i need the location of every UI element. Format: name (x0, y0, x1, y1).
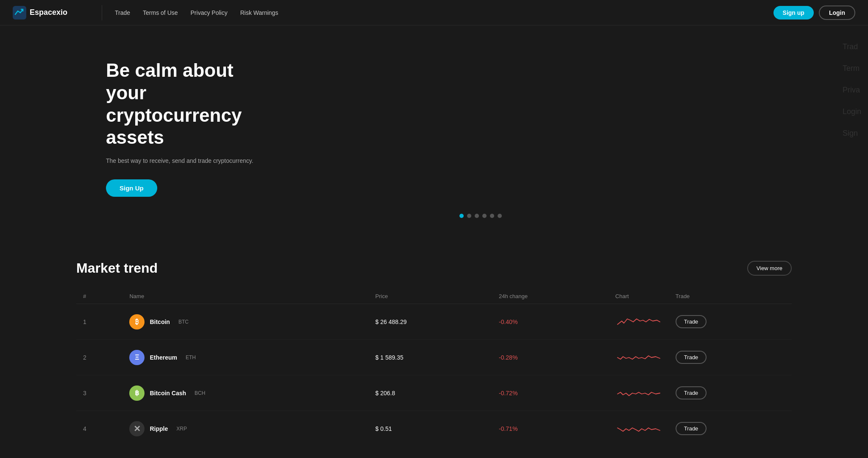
coin-name-BCH: Bitcoin Cash (150, 390, 186, 397)
row-trade-1: Trade (669, 304, 792, 340)
row-coin-1: ₿ Bitcoin BTC (122, 304, 368, 340)
nav-links: Trade Terms of Use Privacy Policy Risk W… (115, 9, 773, 16)
nav-terms[interactable]: Terms of Use (143, 9, 178, 16)
nav-privacy[interactable]: Privacy Policy (191, 9, 228, 16)
row-trade-3: Trade (669, 375, 792, 411)
nav-risk[interactable]: Risk Warnings (240, 9, 278, 16)
col-name: Name (122, 289, 368, 304)
dot-5[interactable] (490, 214, 494, 218)
market-table: # Name Price 24h change Chart Trade 1 ₿ … (76, 289, 792, 446)
row-chart-3 (609, 375, 669, 411)
mini-chart-BTC (615, 313, 662, 330)
coin-icon-ETH: Ξ (129, 350, 145, 365)
row-num-4: 4 (76, 411, 122, 447)
row-change-4: -0.71% (492, 411, 609, 447)
col-trade: Trade (669, 289, 792, 304)
mini-chart-BCH (615, 384, 662, 401)
navbar: Espacexio Trade Terms of Use Privacy Pol… (0, 0, 868, 25)
market-tbody: 1 ₿ Bitcoin BTC $ 26 488.29 -0.40% Trade… (76, 304, 792, 447)
coin-icon-BCH: ฿ (129, 385, 145, 401)
col-price: Price (369, 289, 492, 304)
carousel-dots (106, 214, 855, 218)
row-chart-2 (609, 340, 669, 375)
dot-6[interactable] (498, 214, 502, 218)
col-change: 24h change (492, 289, 609, 304)
logo-text: Espacexio (30, 8, 67, 17)
row-price-1: $ 26 488.29 (369, 304, 492, 340)
row-trade-2: Trade (669, 340, 792, 375)
mini-chart-ETH (615, 348, 662, 365)
coin-icon-XRP: ✕ (129, 421, 145, 436)
row-coin-3: ฿ Bitcoin Cash BCH (122, 375, 368, 411)
trade-button-BTC[interactable]: Trade (676, 315, 707, 328)
hero-signup-button[interactable]: Sign Up (106, 179, 157, 197)
dot-3[interactable] (475, 214, 479, 218)
table-row: 1 ₿ Bitcoin BTC $ 26 488.29 -0.40% Trade (76, 304, 792, 340)
row-chart-4 (609, 411, 669, 447)
row-change-3: -0.72% (492, 375, 609, 411)
dot-2[interactable] (467, 214, 471, 218)
col-num: # (76, 289, 122, 304)
coin-name-BTC: Bitcoin (150, 318, 170, 325)
signup-button[interactable]: Sign up (773, 6, 814, 20)
market-title: Market trend (76, 260, 158, 276)
dot-4[interactable] (482, 214, 487, 218)
table-header: # Name Price 24h change Chart Trade (76, 289, 792, 304)
mini-chart-XRP (615, 419, 662, 436)
login-button[interactable]: Login (819, 6, 855, 20)
hero-section: Be calm about your cryptocurrency assets… (0, 25, 868, 243)
row-coin-2: Ξ Ethereum ETH (122, 340, 368, 375)
row-num-1: 1 (76, 304, 122, 340)
coin-ticker-ETH: ETH (186, 355, 196, 360)
trade-button-XRP[interactable]: Trade (676, 422, 707, 435)
coin-ticker-BTC: BTC (178, 319, 189, 325)
hero-subtitle: The best way to receive, send and trade … (106, 157, 855, 164)
market-header: Market trend View more (76, 260, 792, 276)
trade-button-ETH[interactable]: Trade (676, 351, 707, 364)
row-trade-4: Trade (669, 411, 792, 447)
trade-button-BCH[interactable]: Trade (676, 386, 707, 399)
row-num-3: 3 (76, 375, 122, 411)
dot-1[interactable] (459, 214, 464, 218)
row-price-3: $ 206.8 (369, 375, 492, 411)
coin-name-ETH: Ethereum (150, 354, 177, 361)
nav-actions: Sign up Login (773, 6, 855, 20)
coin-name-XRP: Ripple (150, 425, 168, 432)
coin-ticker-BCH: BCH (195, 390, 205, 396)
row-price-2: $ 1 589.35 (369, 340, 492, 375)
coin-ticker-XRP: XRP (176, 426, 187, 432)
row-num-2: 2 (76, 340, 122, 375)
table-row: 4 ✕ Ripple XRP $ 0.51 -0.71% Trade (76, 411, 792, 447)
nav-trade[interactable]: Trade (115, 9, 130, 16)
row-coin-4: ✕ Ripple XRP (122, 411, 368, 447)
row-chart-1 (609, 304, 669, 340)
row-price-4: $ 0.51 (369, 411, 492, 447)
coin-icon-BTC: ₿ (129, 314, 145, 330)
table-row: 2 Ξ Ethereum ETH $ 1 589.35 -0.28% Trade (76, 340, 792, 375)
hero-title: Be calm about your cryptocurrency assets (106, 59, 275, 149)
row-change-1: -0.40% (492, 304, 609, 340)
logo-icon (13, 6, 26, 20)
col-chart: Chart (609, 289, 669, 304)
logo-area: Espacexio (13, 6, 89, 20)
table-row: 3 ฿ Bitcoin Cash BCH $ 206.8 -0.72% Trad… (76, 375, 792, 411)
row-change-2: -0.28% (492, 340, 609, 375)
view-more-button[interactable]: View more (747, 261, 792, 276)
navbar-divider (102, 5, 102, 20)
market-section: Market trend View more # Name Price 24h … (0, 243, 868, 458)
